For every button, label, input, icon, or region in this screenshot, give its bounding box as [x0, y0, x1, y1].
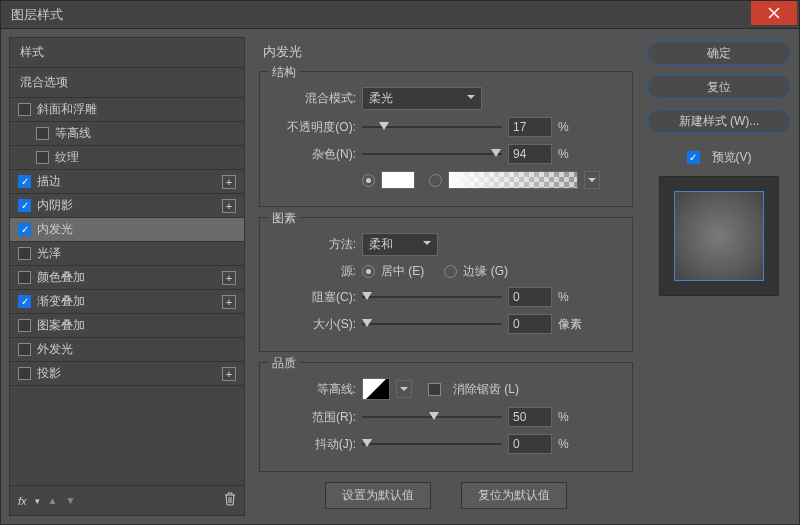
jitter-value[interactable]: 0 [508, 434, 552, 454]
sidebar-item-0[interactable]: 斜面和浮雕 [10, 98, 244, 122]
slider-thumb[interactable] [362, 319, 372, 327]
color-swatch[interactable] [381, 171, 415, 189]
effect-checkbox[interactable] [18, 295, 31, 308]
gradient-dropdown[interactable] [584, 171, 600, 189]
source-edge-label: 边缘 (G) [463, 263, 508, 280]
size-unit: 像素 [558, 316, 582, 333]
sidebar-item-label: 内阴影 [37, 197, 73, 214]
panel-title: 内发光 [259, 37, 633, 67]
effect-checkbox[interactable] [18, 103, 31, 116]
range-slider[interactable] [362, 410, 502, 424]
noise-value[interactable]: 94 [508, 144, 552, 164]
cancel-button[interactable]: 复位 [647, 75, 791, 99]
sidebar-item-2[interactable]: 纹理 [10, 146, 244, 170]
sidebar-item-5[interactable]: 内发光 [10, 218, 244, 242]
main-panel: 内发光 结构 混合模式: 柔光 不透明度(O): 17 % 杂色(N): 94 [245, 37, 647, 516]
opacity-slider[interactable] [362, 120, 502, 134]
contour-dropdown[interactable] [396, 380, 412, 398]
contour-picker[interactable] [362, 378, 390, 400]
sidebar-item-label: 纹理 [55, 149, 79, 166]
quality-group: 品质 等高线: 消除锯齿 (L) 范围(R): 50 % 抖动(J): [259, 362, 633, 472]
effect-checkbox[interactable] [18, 247, 31, 260]
effect-checkbox[interactable] [18, 223, 31, 236]
range-value[interactable]: 50 [508, 407, 552, 427]
layer-style-dialog: 图层样式 样式 混合选项 斜面和浮雕等高线纹理描边+内阴影+内发光光泽颜色叠加+… [0, 0, 800, 525]
styles-header[interactable]: 样式 [10, 38, 244, 68]
effect-checkbox[interactable] [18, 343, 31, 356]
choke-label: 阻塞(C): [270, 289, 356, 306]
move-down-icon[interactable]: ▼ [65, 495, 75, 506]
source-center-radio[interactable] [362, 265, 375, 278]
close-button[interactable] [751, 1, 797, 25]
add-instance-button[interactable]: + [222, 367, 236, 381]
blending-header[interactable]: 混合选项 [10, 68, 244, 98]
slider-thumb[interactable] [362, 439, 372, 447]
sidebar-item-10[interactable]: 外发光 [10, 338, 244, 362]
blend-mode-label: 混合模式: [270, 90, 356, 107]
sidebar-item-label: 颜色叠加 [37, 269, 85, 286]
color-radio[interactable] [362, 174, 375, 187]
sidebar-item-4[interactable]: 内阴影+ [10, 194, 244, 218]
preview-label: 预览(V) [712, 149, 752, 166]
sidebar-item-9[interactable]: 图案叠加 [10, 314, 244, 338]
jitter-unit: % [558, 437, 569, 451]
sidebar-item-label: 外发光 [37, 341, 73, 358]
slider-thumb[interactable] [491, 149, 501, 157]
effect-checkbox[interactable] [18, 319, 31, 332]
ok-button[interactable]: 确定 [647, 41, 791, 65]
choke-value[interactable]: 0 [508, 287, 552, 307]
effect-checkbox[interactable] [18, 199, 31, 212]
new-style-button[interactable]: 新建样式 (W)... [647, 109, 791, 133]
sidebar-item-label: 斜面和浮雕 [37, 101, 97, 118]
antialias-label: 消除锯齿 (L) [453, 381, 519, 398]
quality-title: 品质 [268, 355, 300, 372]
opacity-value[interactable]: 17 [508, 117, 552, 137]
sidebar-item-8[interactable]: 渐变叠加+ [10, 290, 244, 314]
effect-checkbox[interactable] [36, 151, 49, 164]
elements-group: 图素 方法: 柔和 源: 居中 (E) 边缘 (G) 阻塞(C): 0 % [259, 217, 633, 352]
jitter-slider[interactable] [362, 437, 502, 451]
fx-label[interactable]: fx [18, 495, 27, 507]
effect-checkbox[interactable] [18, 367, 31, 380]
reset-default-button[interactable]: 复位为默认值 [461, 482, 567, 509]
add-instance-button[interactable]: + [222, 295, 236, 309]
gradient-radio[interactable] [429, 174, 442, 187]
noise-slider[interactable] [362, 147, 502, 161]
blend-mode-select[interactable]: 柔光 [362, 87, 482, 110]
dialog-title: 图层样式 [1, 6, 751, 24]
slider-thumb[interactable] [379, 122, 389, 130]
sidebar-item-7[interactable]: 颜色叠加+ [10, 266, 244, 290]
add-instance-button[interactable]: + [222, 199, 236, 213]
add-instance-button[interactable]: + [222, 175, 236, 189]
sidebar-item-1[interactable]: 等高线 [10, 122, 244, 146]
sidebar-item-6[interactable]: 光泽 [10, 242, 244, 266]
add-instance-button[interactable]: + [222, 271, 236, 285]
preview-checkbox[interactable] [687, 151, 700, 164]
size-slider[interactable] [362, 317, 502, 331]
effect-checkbox[interactable] [18, 175, 31, 188]
slider-thumb[interactable] [362, 292, 372, 300]
size-value[interactable]: 0 [508, 314, 552, 334]
choke-slider[interactable] [362, 290, 502, 304]
sidebar-item-11[interactable]: 投影+ [10, 362, 244, 386]
antialias-checkbox[interactable] [428, 383, 441, 396]
sidebar-item-label: 渐变叠加 [37, 293, 85, 310]
close-icon [768, 7, 780, 19]
styles-sidebar: 样式 混合选项 斜面和浮雕等高线纹理描边+内阴影+内发光光泽颜色叠加+渐变叠加+… [9, 37, 245, 516]
preview-swatch [674, 191, 764, 281]
fx-caret: ▾ [35, 496, 40, 506]
trash-icon[interactable] [224, 492, 236, 509]
technique-select[interactable]: 柔和 [362, 233, 438, 256]
effect-checkbox[interactable] [18, 271, 31, 284]
effect-checkbox[interactable] [36, 127, 49, 140]
gradient-swatch[interactable] [448, 171, 578, 189]
sidebar-item-label: 描边 [37, 173, 61, 190]
range-label: 范围(R): [270, 409, 356, 426]
source-edge-radio[interactable] [444, 265, 457, 278]
slider-thumb[interactable] [429, 412, 439, 420]
sidebar-item-3[interactable]: 描边+ [10, 170, 244, 194]
jitter-label: 抖动(J): [270, 436, 356, 453]
move-up-icon[interactable]: ▲ [48, 495, 58, 506]
make-default-button[interactable]: 设置为默认值 [325, 482, 431, 509]
opacity-unit: % [558, 120, 569, 134]
